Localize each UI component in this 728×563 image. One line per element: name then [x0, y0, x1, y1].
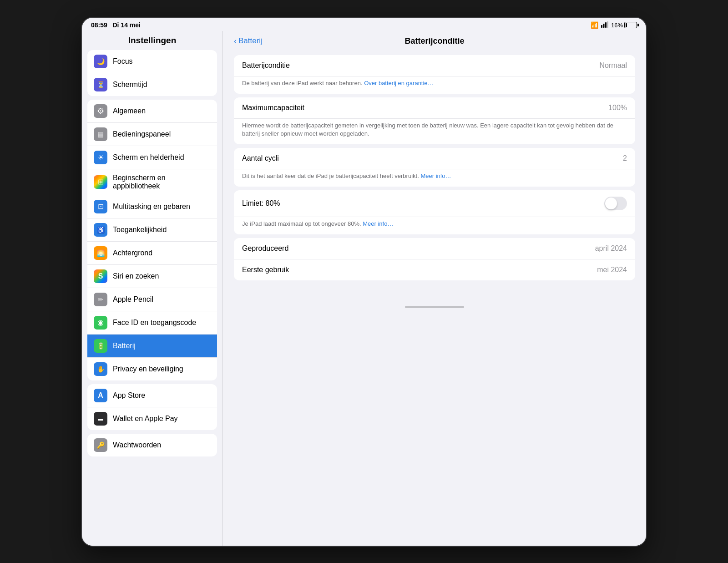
limiet-meer-info-link[interactable]: Meer info…: [363, 220, 393, 227]
detail-body: Batterijconditie Normaal De batterij van…: [223, 51, 646, 303]
geproduceerd-value: april 2024: [595, 244, 627, 253]
batterij-garantie-link[interactable]: Over batterij en garantie…: [364, 80, 433, 86]
limiet-label: Limiet: 80%: [242, 199, 280, 208]
focus-icon: [94, 55, 107, 68]
back-chevron-icon: ‹: [234, 36, 237, 46]
productinfo-card: Geproduceerd april 2024 Eerste gebruik m…: [234, 238, 635, 280]
sidebar-item-wallet[interactable]: ▬ Wallet en Apple Pay: [87, 407, 217, 430]
multitask-icon: ⊡: [94, 200, 107, 213]
sidebar-item-display-label: Scherm en helderheid: [113, 153, 184, 162]
maximumcapaciteit-row: Maximumcapaciteit 100%: [234, 97, 635, 119]
battery-fill: [626, 23, 627, 27]
battery-status: 16%: [611, 22, 637, 29]
sidebar-item-batterij[interactable]: 🔋 Batterij: [87, 335, 217, 358]
sidebar-item-wallpaper-label: Achtergrond: [113, 249, 152, 257]
sidebar-item-homescreen-label: Beginscherm en appbibliotheek: [113, 174, 211, 190]
home-indicator: [223, 302, 646, 311]
battery-menu-icon: 🔋: [94, 339, 107, 353]
aantlcycli-card: Aantal cycli 2 Dit is het aantal keer da…: [234, 148, 635, 187]
back-label: Batterij: [238, 36, 263, 46]
sidebar-item-passwords-label: Wachtwoorden: [113, 441, 161, 449]
sidebar-item-bedieningspaneel[interactable]: ▤ Bedieningspaneel: [87, 123, 217, 146]
sidebar-item-pencil-label: Apple Pencil: [113, 295, 153, 304]
privacy-icon: ✋: [94, 362, 107, 376]
home-bar: [405, 306, 464, 308]
main-content: Instellingen Focus Schermtijd: [82, 31, 646, 546]
eerstegebruik-value: mei 2024: [597, 266, 627, 274]
batterijconditie-label: Batterijconditie: [242, 61, 290, 70]
sidebar-item-multitask-label: Multitasking en gebaren: [113, 203, 190, 211]
limiet-toggle[interactable]: [604, 197, 627, 210]
sidebar-item-focus-label: Focus: [113, 57, 133, 66]
detail-header: ‹ Batterij Batterijconditie: [223, 31, 646, 51]
aantlcycli-value: 2: [623, 154, 627, 162]
battery-icon: [624, 22, 637, 28]
pencil-icon: ✏: [94, 293, 107, 306]
limiet-card: Limiet: 80% Je iPad laadt maximaal op to…: [234, 190, 635, 234]
svg-rect-1: [603, 24, 604, 28]
maximumcapaciteit-card: Maximumcapaciteit 100% Hiermee wordt de …: [234, 97, 635, 144]
sidebar-title: Instellingen: [82, 31, 222, 50]
hourglass-icon: [97, 81, 105, 89]
maximumcapaciteit-value: 100%: [608, 104, 627, 112]
geproduceerd-label: Geproduceerd: [242, 244, 288, 253]
maximumcapaciteit-label: Maximumcapaciteit: [242, 104, 304, 112]
sidebar-item-schermtijd-label: Schermtijd: [113, 81, 147, 89]
detail-panel-title: Batterijconditie: [404, 36, 464, 46]
back-button[interactable]: ‹ Batterij: [234, 36, 263, 46]
sidebar-item-toegankelijkheid[interactable]: ♿ Toegankelijkheid: [87, 218, 217, 242]
geproduceerd-row: Geproduceerd april 2024: [234, 238, 635, 259]
sidebar-section-3: A App Store ▬ Wallet en Apple Pay: [87, 384, 217, 430]
sidebar-item-accessibility-label: Toegankelijkheid: [113, 226, 167, 234]
accessibility-icon: ♿: [94, 223, 107, 237]
sidebar-item-algemeen-label: Algemeen: [113, 107, 146, 115]
sidebar-section-1: Focus Schermtijd: [87, 50, 217, 96]
passwords-icon: 🔑: [94, 438, 107, 452]
sidebar-item-appstore[interactable]: A App Store: [87, 384, 217, 407]
cycli-meer-info-link[interactable]: Meer info…: [420, 172, 451, 179]
screentime-icon: [94, 78, 107, 91]
sidebar-item-applepencil[interactable]: ✏ Apple Pencil: [87, 288, 217, 311]
faceid-icon: ◉: [94, 316, 107, 330]
svg-rect-0: [601, 25, 602, 28]
sidebar-item-siri[interactable]: S Siri en zoeken: [87, 265, 217, 288]
sidebar-item-wachtwoorden[interactable]: 🔑 Wachtwoorden: [87, 434, 217, 456]
wifi-icon: 📶: [591, 21, 598, 29]
sidebar-item-siri-label: Siri en zoeken: [113, 272, 159, 280]
sidebar-item-scherm[interactable]: ☀ Scherm en helderheid: [87, 146, 217, 169]
sidebar-item-wallet-label: Wallet en Apple Pay: [113, 415, 178, 423]
batterijconditie-value: Normaal: [600, 61, 627, 70]
sidebar-item-faceid-label: Face ID en toegangscode: [113, 319, 196, 327]
status-time-date: 08:59 Di 14 mei: [91, 21, 141, 29]
sidebar-item-multitasking[interactable]: ⊡ Multitasking en gebaren: [87, 195, 217, 218]
batterijconditie-card: Batterijconditie Normaal De batterij van…: [234, 55, 635, 94]
sidebar-item-algemeen[interactable]: ⚙ Algemeen: [87, 100, 217, 123]
sidebar-item-privacy-label: Privacy en beveiliging: [113, 365, 183, 373]
status-right: 📶 16%: [591, 21, 637, 29]
batterijconditie-row: Batterijconditie Normaal: [234, 55, 635, 76]
status-bar: 08:59 Di 14 mei 📶 16%: [82, 18, 646, 31]
aantlcycli-label: Aantal cycli: [242, 154, 279, 162]
status-time: 08:59: [91, 21, 107, 29]
signal-icon: [601, 21, 608, 29]
sidebar-item-beginscherm[interactable]: ⊞ Beginscherm en appbibliotheek: [87, 169, 217, 195]
maximumcapaciteit-description: Hiermee wordt de batterijcapaciteit geme…: [234, 119, 635, 144]
battery-percent: 16%: [611, 22, 623, 29]
sidebar-item-schermtijd[interactable]: Schermtijd: [87, 73, 217, 96]
sidebar-item-achtergrond[interactable]: 🌅 Achtergrond: [87, 242, 217, 265]
svg-rect-3: [607, 21, 608, 28]
sidebar-item-focus[interactable]: Focus: [87, 50, 217, 73]
status-date: Di 14 mei: [112, 21, 140, 29]
sidebar: Instellingen Focus Schermtijd: [82, 31, 223, 546]
detail-panel: ‹ Batterij Batterijconditie Batterijcond…: [223, 31, 646, 546]
ipad-frame: 08:59 Di 14 mei 📶 16%: [82, 18, 646, 546]
eerstegebruik-row: Eerste gebruik mei 2024: [234, 259, 635, 280]
sidebar-item-appstore-label: App Store: [113, 391, 145, 400]
sidebar-item-faceid[interactable]: ◉ Face ID en toegangscode: [87, 311, 217, 335]
svg-rect-2: [605, 22, 607, 28]
ipad-screen: 08:59 Di 14 mei 📶 16%: [82, 18, 646, 546]
limiet-description: Je iPad laadt maximaal op tot ongeveer 8…: [234, 217, 635, 234]
appstore-icon: A: [94, 389, 107, 402]
homescreen-icon: ⊞: [94, 175, 107, 189]
sidebar-item-privacy[interactable]: ✋ Privacy en beveiliging: [87, 358, 217, 380]
